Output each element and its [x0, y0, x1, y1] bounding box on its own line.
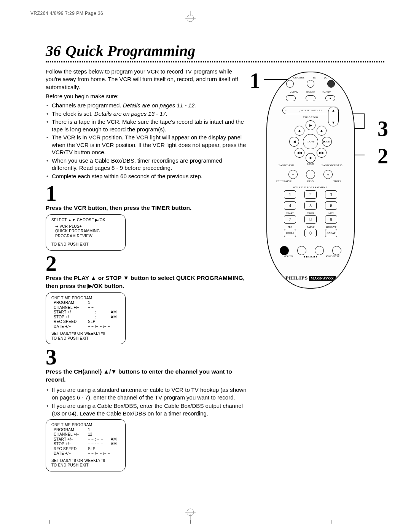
dpad: ΠΛΑΨ ▶ ΣΤΙΛΛ/ΣΛΟΩ ■ ΣΤΟΠ ◀ ▶/ΟΚ ▲ ▲ ◀◀ ▶… — [288, 119, 333, 165]
step-1-number: 1 — [46, 184, 247, 203]
brand: PHILIPSMAGNAVOX — [267, 275, 354, 281]
rew-button[interactable]: ▲ — [295, 126, 304, 136]
stop-button[interactable]: ■ — [306, 153, 315, 163]
remote-diagram: 1 3 2 ΧΒΛ/ΔΒΣ Τς — [266, 72, 373, 289]
audio-mute-button[interactable] — [315, 246, 324, 255]
keypad-key-3[interactable]: 3 — [325, 190, 337, 199]
keypad-key-1[interactable]: 1 — [284, 190, 296, 199]
step-1-heading: Press the VCR button, then press the TIM… — [46, 204, 247, 212]
page-title: Quick Programming — [65, 42, 195, 60]
step-3-number: 3 — [46, 347, 247, 367]
step-3-bullets: If you are using a standard antenna or c… — [46, 386, 247, 417]
bottom-ticks — [0, 520, 411, 524]
play-center-button[interactable]: ΠΛΑΨ — [303, 134, 318, 149]
rew2-button[interactable]: ◀◀ — [295, 148, 304, 158]
prep-checklist: Channels are programmed. Details are on … — [46, 102, 247, 180]
intro-text: Follow the steps below to program your V… — [46, 68, 247, 100]
still-slow-button[interactable]: ▶ — [306, 120, 315, 130]
prep-item: The VCR is in VCR position. The VCR ligh… — [46, 134, 247, 156]
keypad-key-8[interactable]: 8 — [304, 215, 317, 224]
prep-item: There is a tape in the VCR. Make sure th… — [46, 118, 247, 133]
callout-1: 1 — [250, 69, 260, 93]
keypad-key-0[interactable]: 0 — [304, 229, 317, 237]
tv-button[interactable] — [307, 80, 314, 88]
cbl-dbs-button[interactable] — [286, 80, 294, 88]
slow-fwd-label: ΣΛΟΩ/ ΦΟΡΩΑΡΔ — [322, 164, 342, 167]
left-button[interactable]: ◀ — [289, 137, 299, 147]
eject-button[interactable]: ▲ — [325, 95, 335, 101]
step-3-bullet: If you are using a standard antenna or c… — [46, 386, 247, 401]
keypad-key-6[interactable]: 6 — [325, 201, 337, 210]
step-3-bullet: If you are using a Cable Box/DBS, enter … — [46, 402, 247, 417]
remote-body: ΧΒΛ/ΔΒΣ Τς ςΧΡ ςΧΡ/Τς ΠΟΩΕΡ ΕφΕΧΤ ▲ — [266, 72, 355, 289]
keypad-key-2[interactable]: 2 — [304, 190, 317, 199]
exit-status-button[interactable]: − — [288, 170, 298, 179]
keypad-key-ΧΛΕΑΡ[interactable]: ΧΛΕΑΡ — [325, 229, 337, 237]
crop-mark-top — [183, 11, 198, 27]
extra-button[interactable] — [332, 246, 341, 255]
ok-button[interactable]: ▶/ΟΚ — [322, 137, 332, 147]
menu-button[interactable] — [306, 170, 315, 179]
step-3-heading: Press the CH(annel) ▲/▼ buttons to enter… — [46, 368, 247, 384]
page-header-meta: VRZ264 4/8/99 7:29 PM Page 36 — [30, 11, 103, 16]
slow-back-label: ΣΛΟΩ/ΒΑΧΚ — [279, 164, 294, 167]
prep-item: The clock is set. Details are on pages 1… — [46, 110, 247, 118]
step-3-screen: ONE TIME PROGRAM PROGRAM1CHANNEL +/−12ST… — [46, 419, 126, 471]
step-1-screen: SELECT ▲▼ CHOOSE ▶/OK ➔ VCR PLUS+QUICK P… — [46, 214, 126, 251]
ff-button[interactable]: ▲ — [317, 126, 327, 136]
keypad-key-5[interactable]: 5 — [304, 201, 317, 210]
callout-2: 2 — [378, 144, 388, 168]
vcr-tv-button[interactable] — [286, 95, 296, 101]
index-button[interactable] — [297, 246, 306, 255]
keypad-key-ΣΠΕΕΔ[interactable]: ΣΠΕΕΔ — [284, 229, 296, 237]
keypad-key-7[interactable]: 7 — [284, 215, 296, 224]
step-2-screen: ONE TIME PROGRAM PROGRAM1CHANNEL +/−− −S… — [46, 292, 126, 345]
prep-item: Complete each step within 60 seconds of … — [46, 173, 247, 180]
power-button[interactable] — [306, 95, 315, 101]
keypad-key-4[interactable]: 4 — [284, 201, 296, 210]
step-2-heading: Press the PLAY ▲ or STOP ▼ button to sel… — [46, 274, 247, 290]
callout-3: 3 — [378, 117, 388, 141]
rec-otr-button[interactable] — [280, 246, 289, 255]
timer-button[interactable]: + — [323, 170, 333, 179]
prep-item: Channels are programmed. Details are on … — [46, 102, 247, 109]
prep-item: When you use a Cable Box/DBS, timer reco… — [46, 157, 247, 172]
ff2-button[interactable]: ▶▶ — [317, 148, 327, 158]
crop-mark-bottom — [183, 505, 198, 521]
keypad-title: θΥΙΧΚ ΠΡΟΓΡΑΜΜΙΝΓ — [267, 186, 354, 189]
vcr-button[interactable] — [327, 80, 335, 88]
keypad: 123456ΣΤΑΡΤΣΤΟΠΔΑΤΕ789ΡΕΧΔΑΙΛΨΩΕΕΚΛΨΣΠΕΕ… — [284, 190, 337, 239]
step-2-number: 2 — [46, 254, 247, 273]
keypad-key-9[interactable]: 9 — [325, 215, 337, 224]
page-number: 36 — [46, 42, 61, 60]
